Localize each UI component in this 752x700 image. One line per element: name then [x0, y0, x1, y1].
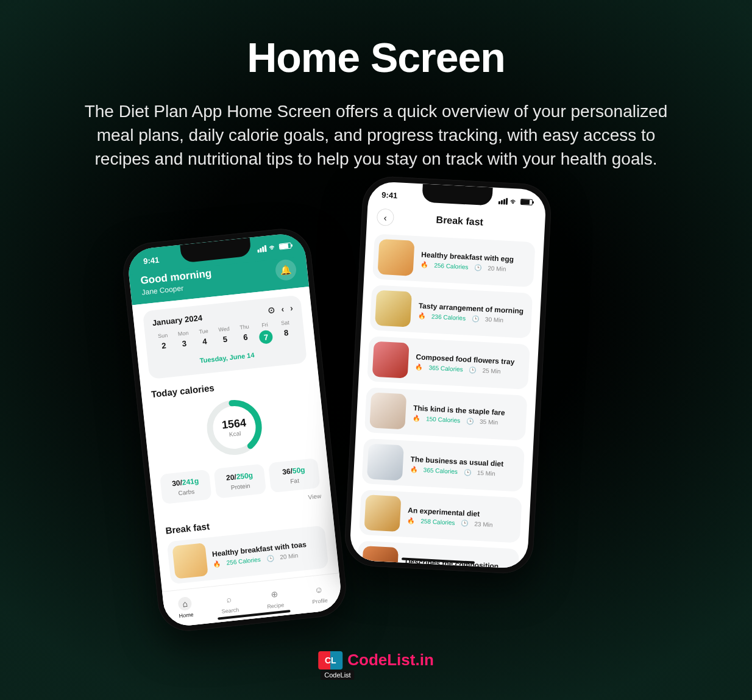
clock-icon: 🕒: [469, 366, 477, 373]
recipe-calories: 150 Calories: [426, 415, 461, 424]
day-number: 6: [236, 332, 255, 343]
search-icon: ⌕: [222, 591, 236, 606]
phone-breakfast-mockup: 9:41 ᯤ ‹ Break fast Healthy breakfast wi…: [343, 175, 552, 574]
meal-time: 20 Min: [280, 552, 299, 560]
day-number: 8: [277, 327, 296, 338]
calendar-day[interactable]: Thu6: [235, 323, 256, 347]
recipe-time: 35 Min: [480, 418, 498, 426]
calendar-today-icon[interactable]: ⊙: [268, 305, 276, 315]
day-name: Mon: [174, 329, 193, 337]
recipe-thumbnail: [369, 392, 406, 429]
recipe-time: 15 Min: [477, 469, 496, 477]
calorie-unit: Kcal: [229, 430, 241, 438]
status-time: 9:41: [143, 255, 159, 266]
recipe-thumbnail: [361, 546, 399, 569]
meal-thumbnail: [172, 543, 208, 579]
page-title: Break fast: [384, 212, 536, 230]
watermark-brand: CodeList.in: [347, 651, 434, 670]
tab-search[interactable]: ⌕Search: [220, 591, 239, 615]
recipe-thumbnail: [364, 495, 402, 532]
macro-current: 30/: [172, 479, 183, 488]
hero-title: Home Screen: [0, 34, 752, 81]
flame-icon: 🔥: [405, 568, 413, 569]
tab-label: Home: [179, 612, 194, 619]
watermark-sub: CodeList: [321, 670, 354, 680]
calendar-day[interactable]: Fri7: [255, 321, 276, 345]
macro-total: 50g: [292, 465, 305, 475]
recipe-calories: 258 Calories: [420, 518, 455, 526]
tab-label: Profile: [312, 598, 328, 605]
hero-description: The Diet Plan App Home Screen offers a q…: [83, 99, 669, 171]
calendar-day[interactable]: Tue4: [194, 327, 215, 351]
clock-icon: 🕒: [474, 264, 482, 271]
clock-icon: 🕒: [466, 417, 474, 424]
recipe-time: 23 Min: [474, 520, 493, 528]
calendar-day[interactable]: Sun2: [154, 332, 174, 355]
recipe-time: 30 Min: [485, 316, 504, 324]
day-name: Sun: [154, 332, 172, 340]
recipe-item[interactable]: An experimental diet🔥258 Calories🕒23 Min: [359, 490, 522, 543]
recipe-calories: 236 Calories: [431, 313, 466, 321]
recipe-item[interactable]: The business as usual diet🔥365 Calories🕒…: [361, 438, 525, 492]
calendar-day[interactable]: Wed5: [215, 325, 235, 349]
recipe-icon: ⊕: [267, 587, 282, 602]
profile-icon: ☺: [311, 582, 326, 597]
clock-icon: 🕒: [472, 315, 480, 322]
calendar-day[interactable]: Sat8: [276, 319, 297, 343]
flame-icon: 🔥: [413, 415, 420, 422]
day-name: Fri: [255, 321, 274, 329]
calorie-value: 1564: [221, 416, 247, 432]
clock-icon: 🕒: [461, 520, 469, 527]
macro-label: Protein: [221, 481, 261, 492]
calendar-prev-button[interactable]: ‹: [281, 304, 285, 313]
macro-total: 250g: [236, 471, 254, 481]
meal-card[interactable]: Healthy breakfast with toas 🔥 256 Calori…: [167, 525, 329, 584]
macro-card: 30/241gCarbs: [160, 470, 212, 504]
tab-label: Recipe: [267, 602, 285, 610]
battery-icon: [278, 243, 291, 250]
macro-current: 36/: [282, 466, 293, 476]
day-number: 5: [216, 334, 235, 345]
recipe-thumbnail: [375, 290, 412, 327]
macro-card: 20/250gProtein: [214, 463, 266, 498]
wifi-icon: ᯤ: [268, 243, 277, 252]
notifications-button[interactable]: 🔔: [274, 259, 297, 281]
recipe-thumbnail: [367, 443, 404, 480]
recipe-calories: 256 Calories: [434, 262, 469, 270]
calendar-next-button[interactable]: ›: [289, 303, 293, 313]
meal-calories: 256 Calories: [226, 555, 261, 566]
macro-current: 20/: [225, 473, 236, 482]
tab-profile[interactable]: ☺Profile: [310, 582, 328, 605]
recipe-thumbnail: [377, 239, 414, 276]
calendar-month: January 2024: [152, 313, 203, 327]
recipe-item[interactable]: Describes the composition🔥365 Calories🕒2…: [356, 541, 520, 570]
day-number: 4: [195, 336, 214, 347]
recipe-item[interactable]: Composed food flowers tray🔥365 Calories🕒…: [367, 336, 530, 390]
tab-home[interactable]: ⌂Home: [177, 596, 194, 619]
flame-icon: 🔥: [407, 516, 415, 524]
clock-icon: 🕒: [266, 554, 274, 562]
day-name: Tue: [194, 327, 213, 335]
status-time: 9:41: [381, 190, 398, 199]
battery-icon: [520, 199, 533, 205]
signal-icon: [257, 245, 267, 252]
recipe-item[interactable]: Healthy breakfast with egg🔥256 Calories🕒…: [372, 234, 536, 287]
calorie-ring: 1564 Kcal: [201, 394, 268, 461]
recipe-item[interactable]: Tasty arrangement of morning🔥236 Calorie…: [370, 285, 533, 338]
flame-icon: 🔥: [415, 363, 423, 371]
calendar-day[interactable]: Mon3: [174, 329, 194, 353]
watermark: CL CodeList.in CodeList: [318, 651, 434, 670]
wifi-icon: ᯤ: [510, 196, 519, 206]
bell-icon: 🔔: [280, 264, 293, 276]
watermark-logo: CL: [318, 651, 342, 670]
tab-recipe[interactable]: ⊕Recipe: [265, 587, 285, 610]
flame-icon: 🔥: [420, 261, 428, 268]
day-name: Thu: [235, 323, 254, 331]
day-number: 2: [154, 340, 173, 351]
clock-icon: 🕒: [464, 468, 472, 476]
tab-label: Search: [221, 607, 239, 615]
recipe-item[interactable]: This kind is the staple fare🔥150 Calorie…: [364, 387, 528, 441]
flame-icon: 🔥: [418, 312, 426, 320]
flame-icon: 🔥: [410, 465, 418, 473]
macro-label: Carbs: [166, 487, 207, 498]
